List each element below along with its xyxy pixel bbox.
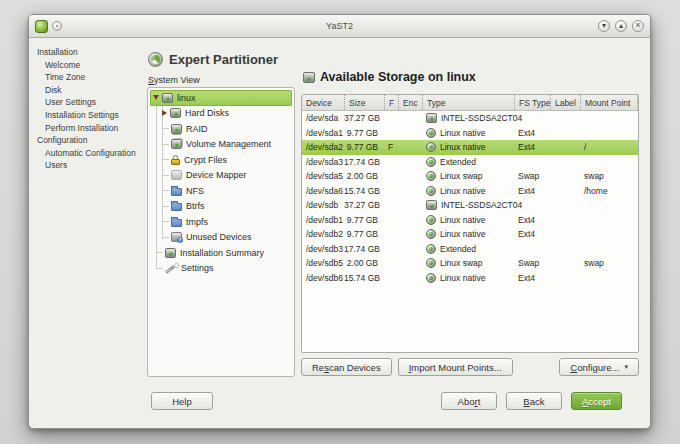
titlebar[interactable]: YaST2 (29, 15, 650, 38)
column-header-enc[interactable]: Enc (398, 95, 422, 110)
tree-item-btrfs[interactable]: Btrfs (150, 199, 292, 215)
table-row[interactable]: /dev/sdb615.74 GBLinux nativeExt4 (302, 271, 638, 286)
configure-button[interactable]: Configure...▾ (559, 358, 639, 376)
accept-button[interactable]: Accept (571, 392, 622, 410)
window-title: YaST2 (29, 21, 650, 31)
configure-label: Configure... (570, 362, 619, 373)
cell-mount: swap (580, 258, 638, 268)
tree-item-device-mapper[interactable]: Device Mapper (150, 168, 292, 184)
column-header-fs-type[interactable]: FS Type (514, 95, 550, 110)
tree-item-label: Unused Devices (186, 232, 252, 242)
partition-icon (426, 128, 436, 138)
table-row[interactable]: /dev/sda29.77 GBFLinux nativeExt4/ (302, 140, 638, 155)
column-header-type[interactable]: Type (422, 95, 514, 110)
tree-connector-tick (162, 144, 169, 145)
cell-device: /dev/sda (302, 113, 344, 123)
sidebar-steps: InstallationWelcomeTime ZoneDiskUser Set… (29, 37, 142, 428)
type-label: Linux native (440, 128, 485, 138)
cell-size: 2.00 GB (344, 171, 384, 181)
column-header-device[interactable]: Device (302, 95, 344, 110)
mapper-icon (171, 170, 182, 180)
maximize-icon[interactable] (615, 20, 627, 32)
tree-expander-closed-icon[interactable] (162, 110, 167, 116)
tree-item-tmpfs[interactable]: tmpfs (150, 214, 292, 230)
raid-icon (171, 124, 182, 134)
tree-item-installation-summary[interactable]: Installation Summary (150, 245, 292, 261)
tree-item-settings[interactable]: Settings (150, 261, 292, 277)
rescan-devices-button[interactable]: Rescan Devices (301, 358, 392, 376)
tree-item-volume-management[interactable]: Volume Management (150, 137, 292, 153)
tree-item-crypt-files[interactable]: Crypt Files (150, 152, 292, 168)
table-row[interactable]: /dev/sda37.27 GBINTEL-SSDSA2CT04 (302, 111, 638, 126)
partitioner-icon (148, 52, 163, 67)
back-button[interactable]: Back (506, 392, 562, 410)
tree-expander-open-icon[interactable] (153, 95, 159, 100)
tree-item-label: Crypt Files (184, 155, 227, 165)
tree-item-label: tmpfs (186, 217, 208, 227)
cell-size: 9.77 GB (344, 229, 384, 239)
sidebar-item-installation-settings: Installation Settings (37, 109, 142, 122)
import-mount-points-button[interactable]: Import Mount Points... (398, 358, 513, 376)
cell-size: 37.27 GB (344, 113, 384, 123)
cell-type: Linux native (422, 128, 514, 138)
cell-size: 9.77 GB (344, 142, 384, 152)
tree-item-unused-devices[interactable]: Unused Devices (150, 230, 292, 246)
column-header-mount-point[interactable]: Mount Point (580, 95, 638, 110)
window-menu-button[interactable] (52, 21, 62, 31)
table-row[interactable]: /dev/sda52.00 GBLinux swapSwapswap (302, 169, 638, 184)
table-row[interactable]: /dev/sda317.74 GBExtended (302, 155, 638, 170)
folder-icon (171, 203, 182, 211)
cell-device: /dev/sda1 (302, 128, 344, 138)
tree-item-hard-disks[interactable]: Hard Disks (150, 106, 292, 122)
table-row[interactable]: /dev/sda615.74 GBLinux nativeExt4/home (302, 184, 638, 199)
cell-fs_type: Swap (514, 258, 550, 268)
hdd-icon (162, 93, 173, 103)
abort-button[interactable]: Abort (441, 392, 497, 410)
sidebar-item-configuration: Configuration (37, 134, 142, 147)
column-header-label[interactable]: Label (550, 95, 580, 110)
sidebar-item-time-zone: Time Zone (37, 71, 142, 84)
page-title-row: Expert Partitioner (148, 52, 278, 67)
hdd-icon (170, 108, 181, 118)
partition-icon (426, 171, 436, 181)
tree-item-nfs[interactable]: NFS (150, 183, 292, 199)
sidebar-item-disk: Disk (37, 84, 142, 97)
column-header-f[interactable]: F (384, 95, 398, 110)
tree-item-label: Device Mapper (186, 170, 247, 180)
close-icon[interactable] (632, 20, 644, 32)
tree-item-label: RAID (186, 124, 208, 134)
storage-title-row: Available Storage on linux (303, 70, 476, 84)
tree-connector-tick (162, 175, 169, 176)
minimize-icon[interactable] (598, 20, 610, 32)
tree-connector-tick (162, 159, 169, 160)
tree-connector-tick (162, 237, 169, 238)
system-view-label: System View (148, 75, 200, 85)
sidebar-item-user-settings: User Settings (37, 96, 142, 109)
cell-fs_type: Ext4 (514, 273, 550, 283)
table-row[interactable]: /dev/sdb19.77 GBLinux nativeExt4 (302, 213, 638, 228)
cell-device: /dev/sdb2 (302, 229, 344, 239)
table-row[interactable]: /dev/sda19.77 GBLinux nativeExt4 (302, 126, 638, 141)
tree-connector-tick (162, 128, 169, 129)
help-button[interactable]: Help (151, 392, 213, 410)
tree-item-raid[interactable]: RAID (150, 121, 292, 137)
table-row[interactable]: /dev/sdb37.27 GBINTEL-SSDSA2CT04 (302, 198, 638, 213)
yast2-window: YaST2 InstallationWelcomeTime ZoneDiskUs… (28, 14, 651, 429)
cell-device: /dev/sda2 (302, 142, 344, 152)
cell-size: 9.77 GB (344, 128, 384, 138)
column-header-size[interactable]: Size (344, 95, 384, 110)
cell-type: Linux native (422, 186, 514, 196)
table-row[interactable]: /dev/sdb52.00 GBLinux swapSwapswap (302, 256, 638, 271)
partition-icon (426, 142, 436, 152)
sidebar-item-welcome: Welcome (37, 59, 142, 72)
partition-icon (426, 186, 436, 196)
type-label: Linux native (440, 186, 485, 196)
tree-item-linux[interactable]: linux (150, 90, 292, 106)
system-view-tree: linuxHard DisksRAIDVolume ManagementCryp… (147, 87, 295, 377)
cell-mount: /home (580, 186, 638, 196)
partition-icon (426, 229, 436, 239)
table-row[interactable]: /dev/sdb29.77 GBLinux nativeExt4 (302, 227, 638, 242)
tree-connector-tick (156, 268, 163, 269)
cell-device: /dev/sda3 (302, 157, 344, 167)
table-row[interactable]: /dev/sdb317.74 GBExtended (302, 242, 638, 257)
